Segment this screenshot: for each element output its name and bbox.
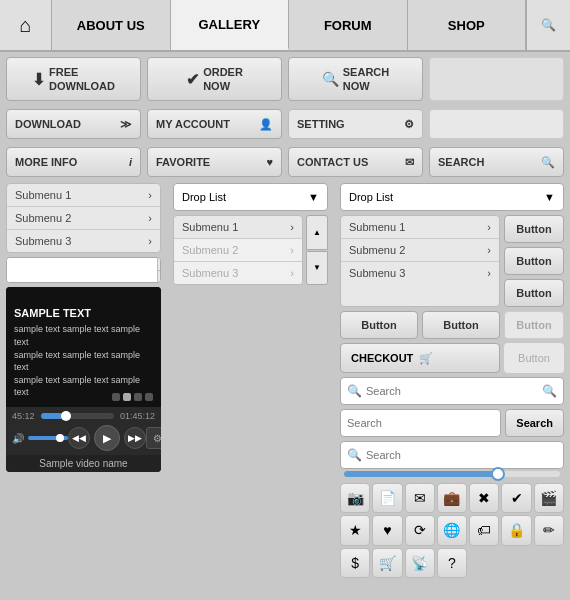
video-icon[interactable]: 🎬 <box>534 483 564 513</box>
camera-icon[interactable]: 📷 <box>340 483 370 513</box>
video-screen: SAMPLE TEXT sample text sample text samp… <box>6 287 161 407</box>
right-column: Drop List ▼ Submenu 1 › Submenu 2 › Subm… <box>340 183 564 578</box>
nav-bar: ⌂ ABOUT US GALLERY FORUM SHOP 🔍 <box>0 0 570 52</box>
video-progress-fill <box>41 413 63 419</box>
fast-forward-button[interactable]: ▶▶ <box>124 427 146 449</box>
mid-submenu-item-1[interactable]: Submenu 1 › <box>174 216 302 239</box>
setting-button[interactable]: SETTING ⚙ <box>288 109 423 139</box>
toolbar-row-1: ⬇ FREEDOWNLOAD ✔ ORDERNOW 🔍 SEARCHNOW <box>0 52 570 105</box>
right-button-2[interactable]: Button <box>504 247 564 275</box>
heart-icon[interactable]: ♥ <box>372 515 402 545</box>
button-row-btn2[interactable]: Button <box>422 311 500 339</box>
video-progress-bar[interactable] <box>41 413 114 419</box>
left-submenu-item-1[interactable]: Submenu 1 › <box>7 184 160 207</box>
slider-thumb <box>491 467 505 481</box>
stepper-down[interactable]: ▼ <box>158 271 161 283</box>
nav-shop[interactable]: SHOP <box>408 0 527 50</box>
search-input-2[interactable] <box>340 409 501 437</box>
slider-track[interactable] <box>344 471 560 477</box>
right-button-1[interactable]: Button <box>504 215 564 243</box>
briefcase-icon[interactable]: 💼 <box>437 483 467 513</box>
dollar-icon[interactable]: $ <box>340 548 370 578</box>
heart-icon: ♥ <box>266 156 273 168</box>
stepper-input[interactable] <box>7 258 157 282</box>
scroll-up-button[interactable]: ▲ <box>306 215 328 250</box>
order-now-button[interactable]: ✔ ORDERNOW <box>147 57 282 101</box>
contact-us-button[interactable]: CONTACT US ✉ <box>288 147 423 177</box>
chevron-right-icon: › <box>290 244 294 256</box>
search-icon-toolbar: 🔍 <box>541 156 555 169</box>
rewind-button[interactable]: ◀◀ <box>68 427 90 449</box>
document-icon[interactable]: 📄 <box>372 483 402 513</box>
search-icon: 🔍 <box>541 18 556 32</box>
left-submenu-item-2[interactable]: Submenu 2 › <box>7 207 160 230</box>
empty-button-1[interactable] <box>429 57 564 101</box>
help-icon[interactable]: ? <box>437 548 467 578</box>
free-download-button[interactable]: ⬇ FREEDOWNLOAD <box>6 57 141 101</box>
user-icon: 👤 <box>259 118 273 131</box>
nav-about-us[interactable]: ABOUT US <box>52 0 171 50</box>
star-icon[interactable]: ★ <box>340 515 370 545</box>
left-stepper[interactable]: ▲ ▼ <box>6 257 161 283</box>
double-down-icon: ≫ <box>120 118 132 131</box>
play-button[interactable]: ▶ <box>94 425 120 451</box>
search-input-3[interactable] <box>366 449 557 461</box>
mid-submenu-item-3[interactable]: Submenu 3 › <box>174 262 302 284</box>
scroll-down-button[interactable]: ▼ <box>306 251 328 286</box>
main-content: Submenu 1 › Submenu 2 › Submenu 3 › ▲ ▼ <box>0 181 570 580</box>
more-info-button[interactable]: MORE INFO i <box>6 147 141 177</box>
chevron-right-icon: › <box>148 189 152 201</box>
mid-submenu-item-2[interactable]: Submenu 2 › <box>174 239 302 262</box>
video-dots <box>112 393 153 401</box>
search-bar-1[interactable]: 🔍 🔍 <box>340 377 564 405</box>
checkout-button[interactable]: CHECKOUT 🛒 <box>340 343 500 373</box>
mail-icon[interactable]: ✉ <box>405 483 435 513</box>
chevron-right-icon: › <box>487 267 491 279</box>
search-bar-3[interactable]: 🔍 <box>340 441 564 469</box>
right-submenu-item-2[interactable]: Submenu 2 › <box>341 239 499 262</box>
gear-icon: ⚙ <box>404 118 414 131</box>
left-submenu-panel: Submenu 1 › Submenu 2 › Submenu 3 › <box>6 183 161 253</box>
dropdown-arrow-icon: ▼ <box>308 191 319 203</box>
right-submenu-item-1[interactable]: Submenu 1 › <box>341 216 499 239</box>
home-button[interactable]: ⌂ <box>0 0 52 50</box>
lock-icon[interactable]: 🔒 <box>501 515 531 545</box>
stepper-up[interactable]: ▲ <box>158 258 161 271</box>
nav-search-button[interactable]: 🔍 <box>526 0 570 50</box>
search-go-icon: 🔍 <box>542 384 557 398</box>
search-icon-1: 🔍 <box>347 384 362 398</box>
left-submenu-item-3[interactable]: Submenu 3 › <box>7 230 160 252</box>
volume-bar[interactable] <box>28 436 68 440</box>
nav-forum[interactable]: FORUM <box>289 0 408 50</box>
right-button-3[interactable]: Button <box>504 279 564 307</box>
tag-icon[interactable]: 🏷 <box>469 515 499 545</box>
search-input-1[interactable] <box>366 385 542 397</box>
mid-dropdown[interactable]: Drop List ▼ <box>173 183 328 211</box>
video-progress: 45:12 01:45:12 <box>12 411 155 421</box>
chevron-right-icon: › <box>148 235 152 247</box>
cart-icon[interactable]: 🛒 <box>372 548 402 578</box>
left-column: Submenu 1 › Submenu 2 › Submenu 3 › ▲ ▼ <box>6 183 161 578</box>
globe-icon[interactable]: 🌐 <box>437 515 467 545</box>
pencil-icon[interactable]: ✏ <box>534 515 564 545</box>
download-button[interactable]: DOWNLOAD ≫ <box>6 109 141 139</box>
search-button-2[interactable]: Search <box>505 409 564 437</box>
volume-thumb <box>56 434 64 442</box>
rss-icon[interactable]: 📡 <box>405 548 435 578</box>
button-row-btn1[interactable]: Button <box>340 311 418 339</box>
volume-icon: 🔊 <box>12 433 24 444</box>
dot-2 <box>123 393 131 401</box>
mid-spacer <box>173 289 328 578</box>
right-submenu-item-3[interactable]: Submenu 3 › <box>341 262 499 284</box>
right-dropdown[interactable]: Drop List ▼ <box>340 183 564 211</box>
search-button-toolbar[interactable]: SEARCH 🔍 <box>429 147 564 177</box>
close-icon[interactable]: ✖ <box>469 483 499 513</box>
favorite-button[interactable]: FAVORITE ♥ <box>147 147 282 177</box>
settings-video-button[interactable]: ⚙ <box>146 427 161 449</box>
empty-button-2[interactable] <box>429 109 564 139</box>
check-icon[interactable]: ✔ <box>501 483 531 513</box>
my-account-button[interactable]: MY ACCOUNT 👤 <box>147 109 282 139</box>
nav-gallery[interactable]: GALLERY <box>171 0 290 50</box>
search-now-button[interactable]: 🔍 SEARCHNOW <box>288 57 423 101</box>
refresh-icon[interactable]: ⟳ <box>405 515 435 545</box>
